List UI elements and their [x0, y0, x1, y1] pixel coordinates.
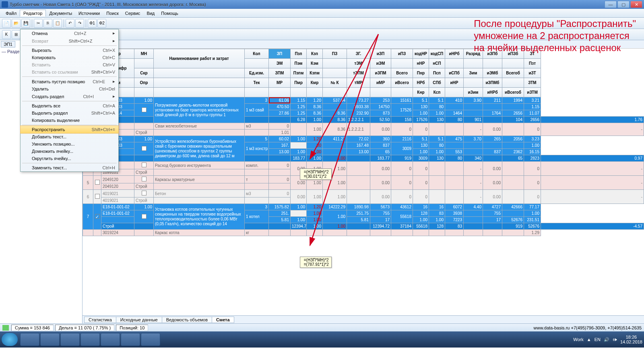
close-button[interactable]: ✕ [630, 1, 642, 8]
main-area: а 1 фрМН Наименование работ и затратКол … [83, 40, 644, 323]
tb-k[interactable]: K [2, 30, 11, 39]
tab-estimate[interactable]: Смета [212, 317, 234, 323]
tab-stats[interactable]: Статистика [84, 317, 116, 323]
menu-item[interactable]: Умножить позицию... [21, 140, 118, 148]
tab-source[interactable]: Исходные данные [116, 317, 162, 323]
start-button[interactable] [2, 333, 18, 346]
menu-documents[interactable]: Документы [46, 10, 75, 16]
menu-item[interactable]: Выделить всеCtrl+A [21, 102, 118, 109]
app-icon [2, 1, 8, 8]
taskbar-app[interactable] [40, 333, 60, 346]
table-row[interactable]: -01-001-031.00 Погружение дизель-молотом… [83, 97, 644, 104]
table-row[interactable]: 5 2049120 Каркасы арматурныет0 0.001.001… [83, 176, 644, 183]
editor-dropdown-menu[interactable]: ОтменаCtrl+Z▸ВозвратShift+Ctrl+Z▸Вырезат… [20, 29, 119, 172]
taskbar-thunderbird[interactable] [60, 333, 80, 346]
menu-help[interactable]: Помощь [158, 10, 182, 16]
sidebar-tab[interactable]: ЭП1 [1, 41, 15, 47]
status-positions: Позиций: 10 [116, 325, 148, 331]
status-sum: Сумма = 153 846 [11, 325, 54, 331]
tab-volumes[interactable]: Ведомость объемов [162, 317, 212, 323]
titlebar: Турбо сметчик - Новая Смета 1 (ОАО "РЖД"… [0, 0, 644, 9]
menu-item[interactable]: Создать разделCtrl+I▸ [21, 93, 118, 100]
menu-item[interactable]: Домножить ячейку... [21, 148, 118, 155]
menu-item[interactable]: ВставитьCtrl+V [21, 61, 118, 68]
menu-item[interactable]: Вставить со ссылкамиShift+Ctrl+V [21, 68, 118, 76]
tb-paste[interactable]: 📋 [53, 19, 62, 28]
tb-undo[interactable]: ↶ [66, 19, 74, 28]
taskbar: Work▲EN 🔊🕪 18:2614.02.2018 [0, 331, 644, 348]
menu-view[interactable]: Вид [143, 10, 158, 16]
menu-editor[interactable]: Редактор [20, 10, 46, 16]
taskbar-explorer[interactable] [20, 333, 39, 346]
formula-tooltip-1: =(НЗП*МН)*2 =(30.01*1)*2 [300, 169, 332, 180]
statusbar: Сумма = 153 846 Дельта = 11 070 ( 7.75% … [0, 323, 644, 331]
grid-header: фрМН Наименование работ и затратКол ЗППз… [83, 49, 644, 97]
tb-redo[interactable]: ↷ [75, 19, 84, 28]
menu-item[interactable]: Копировать выделение [21, 117, 118, 124]
menu-item[interactable]: УдалитьCtrl+Del [21, 85, 118, 93]
menu-item[interactable]: ОтменаCtrl+Z▸ [21, 29, 118, 37]
menu-service[interactable]: Сервис [122, 10, 144, 16]
menu-item[interactable]: КопироватьCtrl+C [21, 54, 118, 61]
table-row[interactable]: 9132 Сваи железобетонныем3 01.008.361.2.… [83, 123, 644, 130]
maximize-button[interactable]: ▢ [617, 1, 630, 8]
status-delta: Дельта = 11 070 ( 7.75% ) [55, 325, 114, 331]
tb-save[interactable]: 💾 [21, 19, 30, 28]
menu-item[interactable]: Вставить пустую позициюCtrl+E▸ [21, 78, 118, 85]
table-row[interactable]: 7✓ E18-01-001-021.00 Установка котлов от… [83, 204, 644, 210]
status-url: www.data-basis.ru +7(495)796-3009, +7(49… [534, 325, 642, 330]
menu-item[interactable]: РаспространитьShift+Ctrl+= [20, 125, 119, 134]
tb-open[interactable]: 📂 [12, 19, 21, 28]
menu-item[interactable]: Заменить текст...Ctrl+H [21, 164, 118, 171]
table-row[interactable]: 4 1099101 Расход бурового инструментаком… [83, 162, 644, 169]
menubar: Файл Редактор Документы Источники Поиск … [0, 9, 644, 18]
tb-cut[interactable]: ✂ [34, 19, 43, 28]
menu-sources[interactable]: Источники [75, 10, 103, 16]
menu-item[interactable]: Выделить разделShift+Ctrl+A [21, 109, 118, 117]
tb-x[interactable]: ⊞ [12, 30, 21, 39]
table-row[interactable]: -01-029-031.00 Устройство железобетонных… [83, 136, 644, 142]
table-row[interactable]: 3019224 Каркас котлакг 1.29 [83, 230, 644, 236]
system-tray[interactable]: Work▲EN 🔊🕪 18:2614.02.2018 [573, 335, 642, 344]
estimate-grid[interactable]: фрМН Наименование работ и затратКол ЗППз… [83, 49, 644, 236]
formula-tooltip-2: =(НЗП*МН)*2 =(787.91*1)*2 [300, 257, 332, 268]
taskbar-aimp[interactable] [80, 333, 100, 346]
taskbar-chrome[interactable] [101, 333, 120, 346]
window-title: Турбо сметчик - Новая Смета 1 (ОАО "РЖД"… [10, 2, 604, 7]
sheet-tabs: Статистика Исходные данные Ведомость объ… [83, 315, 644, 323]
menu-item[interactable]: ВырезатьCtrl+X [21, 47, 118, 54]
table-row[interactable]: 6 4019021 Бетонм30 0.001.001.000.00 00- … [83, 190, 644, 197]
tb-a[interactable]: Φ1 [88, 19, 97, 28]
menu-item[interactable]: Округлить ячейку... [21, 155, 118, 162]
menu-item[interactable]: ВозвратShift+Ctrl+Z▸ [21, 37, 118, 45]
annotation-text: После процедуры "Распространить"умножени… [474, 18, 636, 54]
tb-b[interactable]: Φ2 [97, 19, 106, 28]
menu-search[interactable]: Поиск [103, 10, 122, 16]
tb-copy[interactable]: ⎘ [43, 19, 52, 28]
minimize-button[interactable]: — [605, 1, 617, 8]
tb-new[interactable]: 📄 [2, 19, 11, 28]
taskbar-word[interactable] [121, 333, 140, 346]
status-icon [2, 325, 9, 331]
taskbar-snip[interactable] [141, 333, 160, 346]
menu-file[interactable]: Файл [2, 10, 20, 16]
menu-item[interactable]: Добавить текст... [21, 133, 118, 140]
